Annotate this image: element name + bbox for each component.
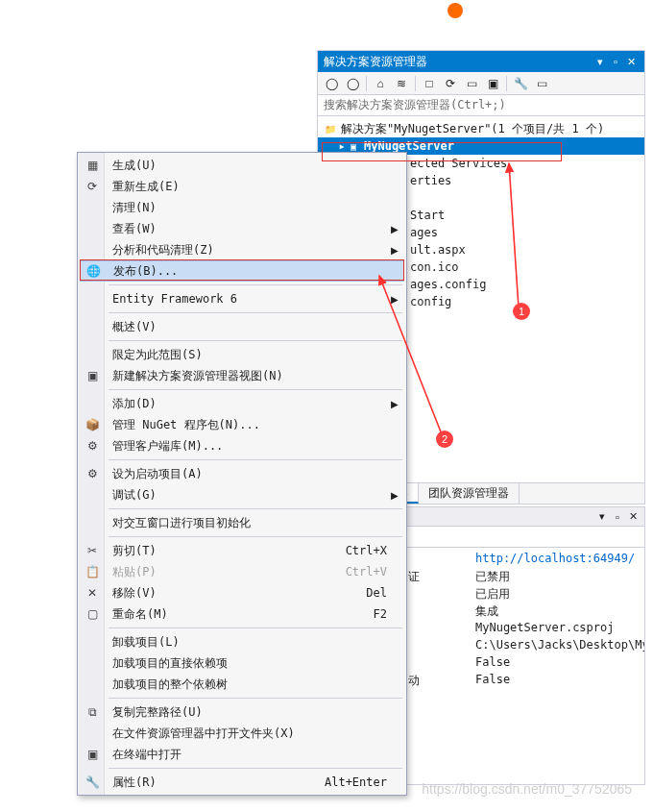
- startup-icon: ⚙: [80, 467, 105, 480]
- menu-item[interactable]: 限定为此范围(S): [80, 344, 404, 365]
- menu-item-label: 管理 NuGet 程序包(N)...: [105, 417, 404, 433]
- solution-search-input[interactable]: 搜索解决方案资源管理器(Ctrl+;): [318, 95, 644, 116]
- menu-item-label: 在终端中打开: [105, 747, 404, 763]
- menu-item[interactable]: 加载项目的整个依赖树: [80, 674, 404, 695]
- menu-item-label: 调试(G): [105, 487, 404, 504]
- rebuild-icon: ⟳: [80, 180, 105, 193]
- show-all-icon[interactable]: ▣: [483, 74, 502, 93]
- menu-item-label: 查看(W): [105, 221, 404, 237]
- menu-item[interactable]: ⧉复制完整路径(U): [80, 701, 404, 723]
- expand-icon[interactable]: ▸: [337, 139, 347, 153]
- menu-separator: [109, 340, 402, 341]
- panel-close-icon[interactable]: ✕: [625, 509, 641, 525]
- menu-item[interactable]: 对交互窗口进行项目初始化: [80, 512, 404, 533]
- solution-label: 解决方案"MyNugetServer"(1 个项目/共 1 个): [341, 121, 604, 137]
- property-value: http://localhost:64949/: [472, 552, 644, 569]
- menu-item[interactable]: ▣在终端中打开: [80, 744, 404, 765]
- menu-item[interactable]: ⟳重新生成(E): [80, 176, 404, 197]
- menu-item-label: 复制完整路径(U): [105, 704, 404, 721]
- menu-item-label: 新建解决方案资源管理器视图(N): [105, 368, 404, 384]
- menu-separator: [109, 284, 402, 285]
- collapse-icon[interactable]: ▭: [462, 74, 481, 93]
- project-label: MyNugetServer: [364, 139, 454, 153]
- menu-item-label: 发布(B)...: [106, 263, 403, 280]
- menu-item-label: 分析和代码清理(Z): [105, 242, 404, 258]
- property-value: False: [472, 673, 644, 690]
- menu-item[interactable]: 调试(G)▶: [80, 484, 404, 505]
- menu-separator: [109, 508, 402, 509]
- nuget-icon: 📦: [80, 418, 105, 431]
- submenu-arrow-icon: ▶: [391, 245, 399, 256]
- menu-item-label: 在文件资源管理器中打开文件夹(X): [105, 726, 404, 742]
- menu-item[interactable]: 🌐发布(B)...: [80, 260, 404, 282]
- submenu-arrow-icon: ▶: [391, 490, 399, 501]
- refresh-icon[interactable]: ⟳: [441, 74, 460, 93]
- tree-solution-node[interactable]: 📁 解决方案"MyNugetServer"(1 个项目/共 1 个): [318, 120, 644, 137]
- menu-item[interactable]: 🔧属性(R)Alt+Enter: [80, 772, 404, 793]
- panel-dropdown-icon[interactable]: ▾: [593, 54, 608, 69]
- home-icon[interactable]: ⌂: [371, 74, 390, 93]
- remove-icon: ✕: [80, 586, 105, 600]
- menu-item-label: 加载项目的直接依赖项: [105, 655, 404, 672]
- menu-item-label: 清理(N): [105, 200, 404, 216]
- nav-fwd-icon[interactable]: ◯: [343, 74, 362, 93]
- menu-separator: [109, 312, 402, 313]
- menu-item-shortcut: Alt+Enter: [325, 775, 404, 789]
- menu-item[interactable]: ✕移除(V)Del: [80, 582, 404, 603]
- menu-item[interactable]: Entity Framework 6▶: [80, 288, 404, 309]
- menu-separator: [109, 536, 402, 537]
- preview-icon[interactable]: ▭: [532, 74, 551, 93]
- menu-item-shortcut: Ctrl+X: [346, 544, 404, 557]
- property-value: 集成: [472, 603, 644, 621]
- pending-icon[interactable]: □: [420, 74, 439, 93]
- submenu-arrow-icon: ▶: [391, 224, 399, 234]
- menu-item[interactable]: ⚙设为启动项目(A): [80, 463, 404, 484]
- menu-item-label: 移除(V): [105, 585, 366, 602]
- menu-separator: [109, 459, 402, 460]
- menu-item[interactable]: 概述(V): [80, 316, 404, 337]
- panel-dropdown-icon[interactable]: ▾: [594, 509, 610, 525]
- menu-item-label: 限定为此范围(S): [105, 347, 404, 363]
- menu-item[interactable]: ⚙管理客户端库(M)...: [80, 435, 404, 456]
- menu-item[interactable]: 在文件资源管理器中打开文件夹(X): [80, 723, 404, 744]
- solution-explorer-title: 解决方案资源管理器: [324, 54, 593, 70]
- menu-item-label: 粘贴(P): [105, 564, 346, 580]
- property-value: MyNugetServer.csproj: [472, 621, 644, 638]
- menu-item[interactable]: 加载项目的直接依赖项: [80, 652, 404, 674]
- menu-item[interactable]: 查看(W)▶: [80, 218, 404, 239]
- menu-item-shortcut: Ctrl+V: [346, 565, 404, 578]
- properties-icon[interactable]: 🔧: [511, 74, 530, 93]
- solution-icon: 📁: [324, 122, 337, 135]
- menu-item[interactable]: 📦管理 NuGet 程序包(N)...: [80, 414, 404, 435]
- menu-item: 📋粘贴(P)Ctrl+V: [80, 561, 404, 582]
- menu-item[interactable]: ▦生成(U): [80, 155, 404, 176]
- menu-item[interactable]: ▢重命名(M)F2: [80, 603, 404, 625]
- menu-item-label: 卸载项目(L): [105, 634, 404, 651]
- submenu-arrow-icon: ▶: [391, 294, 399, 305]
- panel-pin-icon[interactable]: ▫: [610, 509, 625, 525]
- menu-item-label: 加载项目的整个依赖树: [105, 677, 404, 693]
- menu-item[interactable]: 添加(D)▶: [80, 393, 404, 414]
- menu-item[interactable]: ✂剪切(T)Ctrl+X: [80, 540, 404, 561]
- menu-item-shortcut: F2: [374, 607, 404, 621]
- property-value: 已禁用: [472, 569, 644, 586]
- app-decoration-dot: [447, 3, 463, 18]
- menu-item-label: 属性(R): [105, 775, 325, 791]
- menu-separator: [109, 389, 402, 390]
- panel-close-icon[interactable]: ✕: [623, 54, 639, 69]
- panel-pin-icon[interactable]: ▫: [608, 54, 623, 69]
- tab-team-explorer[interactable]: 团队资源管理器: [419, 483, 520, 504]
- nav-back-icon[interactable]: ◯: [322, 74, 341, 93]
- menu-item-label: 设为启动项目(A): [105, 466, 404, 482]
- menu-item-label: 生成(U): [105, 158, 404, 174]
- menu-item[interactable]: 卸载项目(L): [80, 631, 404, 652]
- menu-item-label: 重命名(M): [105, 606, 374, 623]
- menu-item[interactable]: 分析和代码清理(Z)▶: [80, 239, 404, 260]
- menu-item[interactable]: 清理(N): [80, 197, 404, 218]
- rename-icon: ▢: [80, 607, 105, 621]
- newview-icon: ▣: [80, 369, 105, 382]
- menu-item[interactable]: ▣新建解决方案资源管理器视图(N): [80, 365, 404, 386]
- menu-separator: [109, 698, 402, 699]
- sync-icon[interactable]: ≋: [392, 74, 411, 93]
- menu-item-label: 概述(V): [105, 319, 404, 335]
